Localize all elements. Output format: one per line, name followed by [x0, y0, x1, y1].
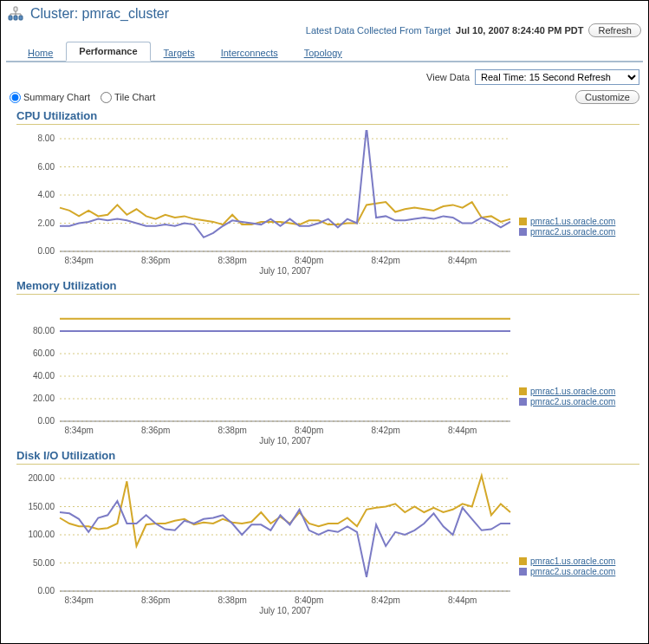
svg-text:40.00: 40.00 — [33, 371, 55, 381]
svg-text:July 10, 2007: July 10, 2007 — [259, 436, 311, 446]
svg-rect-0 — [14, 7, 17, 11]
svg-text:8:44pm: 8:44pm — [448, 595, 477, 605]
svg-text:8.00: 8.00 — [38, 133, 55, 143]
svg-text:8:34pm: 8:34pm — [64, 256, 93, 265]
tile-chart-label: Tile Chart — [114, 92, 155, 102]
chart-title-io: Disk I/O Utilization — [16, 449, 639, 462]
cluster-icon — [8, 6, 23, 22]
tab-targets[interactable]: Targets — [151, 43, 208, 62]
legend-item: pmrac1.us.oracle.com — [519, 217, 639, 226]
legend-swatch — [519, 557, 527, 565]
svg-text:8:38pm: 8:38pm — [217, 595, 246, 605]
tab-home[interactable]: Home — [15, 43, 66, 62]
summary-chart-radio-wrap[interactable]: Summary Chart — [10, 92, 90, 103]
svg-text:July 10, 2007: July 10, 2007 — [259, 606, 311, 615]
view-data-select[interactable]: Real Time: 15 Second Refresh — [475, 69, 639, 85]
tab-performance[interactable]: Performance — [66, 42, 150, 62]
svg-text:8:36pm: 8:36pm — [141, 426, 170, 435]
svg-text:8:36pm: 8:36pm — [141, 256, 170, 265]
legend-link-pmrac2[interactable]: pmrac2.us.oracle.com — [530, 227, 615, 237]
tabs: Home Performance Targets Interconnects T… — [6, 41, 643, 62]
svg-text:60.00: 60.00 — [33, 348, 55, 358]
collected-time: Jul 10, 2007 8:24:40 PM PDT — [456, 25, 583, 36]
legend-item: pmrac2.us.oracle.com — [519, 567, 639, 576]
chart-mode-group: Summary Chart Tile Chart — [10, 92, 155, 103]
svg-text:0.00: 0.00 — [38, 586, 55, 595]
svg-text:150.00: 150.00 — [28, 502, 55, 511]
svg-text:8:40pm: 8:40pm — [295, 256, 323, 265]
svg-text:July 10, 2007: July 10, 2007 — [259, 266, 311, 276]
tile-chart-radio[interactable] — [101, 92, 112, 103]
legend-swatch — [519, 398, 527, 406]
legend-item: pmrac1.us.oracle.com — [519, 556, 639, 566]
view-data-label: View Data — [426, 72, 470, 82]
svg-rect-3 — [19, 16, 23, 20]
svg-text:8:40pm: 8:40pm — [295, 426, 323, 435]
svg-text:200.00: 200.00 — [28, 473, 55, 483]
summary-chart-radio[interactable] — [10, 92, 21, 103]
svg-text:8:44pm: 8:44pm — [448, 426, 477, 435]
legend-link-pmrac2[interactable]: pmrac2.us.oracle.com — [530, 567, 615, 576]
svg-text:0.00: 0.00 — [38, 246, 55, 256]
svg-text:8:38pm: 8:38pm — [217, 426, 246, 435]
svg-text:8:40pm: 8:40pm — [295, 595, 323, 605]
svg-text:6.00: 6.00 — [38, 162, 55, 172]
legend-link-pmrac1[interactable]: pmrac1.us.oracle.com — [530, 387, 615, 396]
svg-text:8:36pm: 8:36pm — [141, 595, 170, 605]
divider — [16, 464, 639, 465]
svg-text:8:42pm: 8:42pm — [371, 595, 399, 605]
chart-title-memory: Memory Utilization — [16, 279, 639, 292]
chart-cpu: 0.002.004.006.008.008:34pm8:36pm8:38pm8:… — [16, 130, 519, 277]
summary-chart-label: Summary Chart — [23, 92, 90, 102]
svg-text:100.00: 100.00 — [28, 530, 55, 539]
legend-swatch — [519, 568, 527, 576]
svg-text:8:44pm: 8:44pm — [448, 256, 477, 265]
svg-rect-2 — [14, 16, 17, 20]
svg-text:8:42pm: 8:42pm — [371, 426, 399, 435]
collected-label: Latest Data Collected From Target — [306, 25, 451, 36]
divider — [16, 124, 639, 125]
svg-text:2.00: 2.00 — [38, 218, 55, 228]
svg-text:4.00: 4.00 — [38, 190, 55, 199]
svg-text:8:38pm: 8:38pm — [217, 256, 246, 265]
chart-memory: 0.0020.0040.0060.0080.008:34pm8:36pm8:38… — [16, 300, 519, 447]
legend-item: pmrac2.us.oracle.com — [519, 397, 639, 407]
legend-link-pmrac2[interactable]: pmrac2.us.oracle.com — [530, 397, 615, 407]
svg-text:8:42pm: 8:42pm — [371, 256, 399, 265]
legend-link-pmrac1[interactable]: pmrac1.us.oracle.com — [530, 556, 615, 566]
tab-topology[interactable]: Topology — [291, 43, 355, 62]
svg-text:80.00: 80.00 — [33, 326, 55, 335]
legend-link-pmrac1[interactable]: pmrac1.us.oracle.com — [530, 217, 615, 226]
chart-title-cpu: CPU Utilization — [16, 109, 639, 122]
legend-swatch — [519, 387, 527, 395]
legend-swatch — [519, 218, 527, 225]
page-title: Cluster: pmrac_cluster — [30, 6, 169, 22]
legend-item: pmrac1.us.oracle.com — [519, 387, 639, 396]
svg-text:8:34pm: 8:34pm — [64, 426, 93, 435]
svg-rect-1 — [9, 16, 12, 20]
refresh-button[interactable]: Refresh — [588, 23, 641, 37]
svg-text:0.00: 0.00 — [38, 416, 55, 426]
chart-io: 0.0050.00100.00150.00200.008:34pm8:36pm8… — [16, 470, 519, 617]
tile-chart-radio-wrap[interactable]: Tile Chart — [101, 92, 155, 103]
tab-interconnects[interactable]: Interconnects — [208, 43, 291, 62]
divider — [16, 294, 639, 295]
customize-button[interactable]: Customize — [575, 90, 639, 104]
legend-item: pmrac2.us.oracle.com — [519, 227, 639, 237]
svg-text:8:34pm: 8:34pm — [64, 595, 93, 605]
svg-text:20.00: 20.00 — [33, 394, 55, 403]
legend-swatch — [519, 228, 527, 236]
svg-text:50.00: 50.00 — [33, 558, 55, 568]
